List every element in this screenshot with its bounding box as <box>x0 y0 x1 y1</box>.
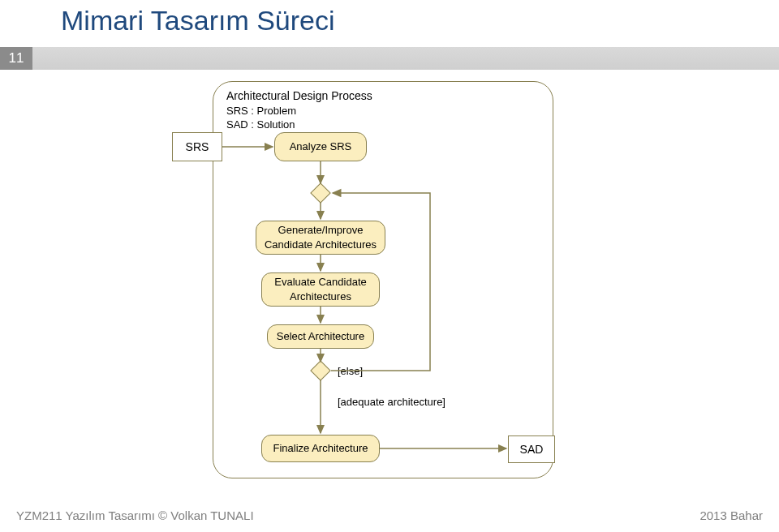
page-number-badge: 11 <box>0 47 32 70</box>
page-title: Mimari Tasarım Süreci <box>61 5 335 36</box>
footer-left: YZM211 Yazılım Tasarımı © Volkan TUNALI <box>16 508 254 522</box>
activity-evaluate-candidate: Evaluate Candidate Architectures <box>261 272 380 307</box>
object-node-sad: SAD <box>508 435 555 463</box>
activity-select-architecture: Select Architecture <box>267 324 374 349</box>
frame-label: Architectural Design Process SRS : Probl… <box>226 88 372 132</box>
frame-subtitle-1: SRS : Problem <box>226 104 372 118</box>
activity-finalize-architecture: Finalize Architecture <box>261 435 380 462</box>
activity-analyze-srs: Analyze SRS <box>274 132 367 161</box>
footer-right: 2013 Bahar <box>699 508 763 522</box>
header-bar <box>32 47 779 70</box>
guard-adequate: [adequate architecture] <box>338 396 445 408</box>
frame-title: Architectural Design Process <box>226 88 372 104</box>
activity-generate-improve: Generate/Improve Candidate Architectures <box>256 221 385 255</box>
guard-else: [else] <box>338 365 363 377</box>
frame-subtitle-2: SAD : Solution <box>226 118 372 132</box>
object-node-srs: SRS <box>172 132 222 161</box>
